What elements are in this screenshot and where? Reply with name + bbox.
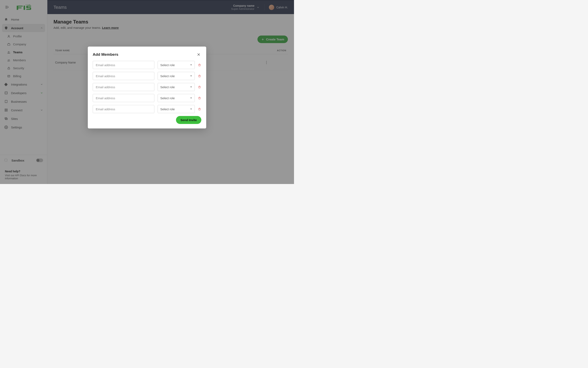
member-row: Select role bbox=[93, 94, 201, 102]
email-input[interactable] bbox=[93, 94, 154, 102]
role-select[interactable]: Select role bbox=[158, 61, 195, 69]
modal-overlay[interactable]: Add Members Select roleSelect roleSelect… bbox=[0, 0, 294, 184]
delete-row-button[interactable] bbox=[198, 85, 201, 89]
member-row: Select role bbox=[93, 105, 201, 113]
caret-down-icon bbox=[190, 75, 192, 77]
role-select[interactable]: Select role bbox=[158, 72, 195, 80]
email-input[interactable] bbox=[93, 105, 154, 113]
delete-row-button[interactable] bbox=[198, 96, 201, 100]
role-select[interactable]: Select role bbox=[158, 83, 195, 91]
modal-title: Add Members bbox=[93, 52, 196, 57]
role-select-label: Select role bbox=[160, 85, 175, 89]
caret-down-icon bbox=[190, 64, 192, 66]
role-select[interactable]: Select role bbox=[158, 94, 195, 102]
role-select-label: Select role bbox=[160, 107, 175, 111]
caret-down-icon bbox=[190, 86, 192, 88]
email-input[interactable] bbox=[93, 83, 154, 91]
add-members-modal: Add Members Select roleSelect roleSelect… bbox=[88, 46, 206, 129]
email-input[interactable] bbox=[93, 61, 154, 69]
member-row: Select role bbox=[93, 72, 201, 80]
close-button[interactable] bbox=[196, 52, 201, 57]
member-row: Select role bbox=[93, 61, 201, 69]
role-select-label: Select role bbox=[160, 74, 175, 78]
member-row: Select role bbox=[93, 83, 201, 91]
caret-down-icon bbox=[190, 108, 192, 110]
send-invite-button[interactable]: Send Invite bbox=[176, 116, 201, 124]
caret-down-icon bbox=[190, 97, 192, 99]
role-select-label: Select role bbox=[160, 96, 175, 100]
role-select-label: Select role bbox=[160, 63, 175, 67]
email-input[interactable] bbox=[93, 72, 154, 80]
delete-row-button[interactable] bbox=[198, 74, 201, 78]
role-select[interactable]: Select role bbox=[158, 105, 195, 113]
delete-row-button[interactable] bbox=[198, 107, 201, 111]
delete-row-button[interactable] bbox=[198, 63, 201, 67]
